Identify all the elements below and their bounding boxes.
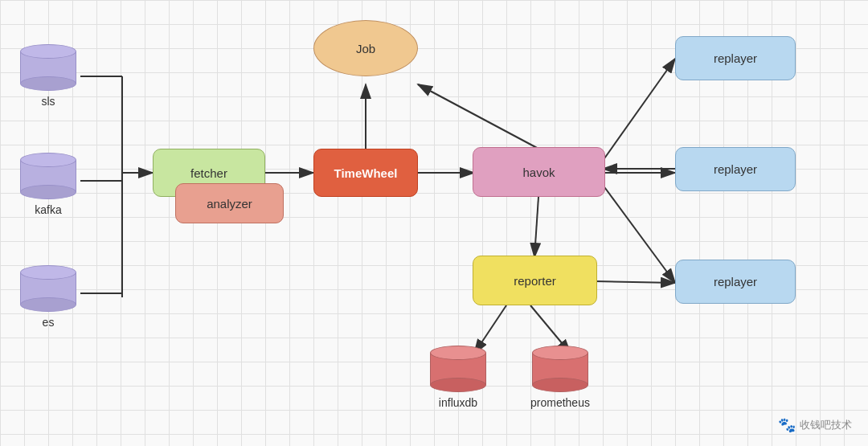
job-node: Job bbox=[313, 20, 418, 76]
analyzer-node: analyzer bbox=[175, 183, 284, 223]
havok-node: havok bbox=[473, 147, 605, 197]
prometheus-node: prometheus bbox=[530, 346, 590, 409]
kafka-node: kafka bbox=[20, 153, 76, 216]
watermark: 🐾 收钱吧技术 bbox=[778, 416, 852, 434]
sls-node: sls bbox=[20, 44, 76, 108]
reporter-node: reporter bbox=[473, 256, 597, 305]
timewheel-node: TimeWheel bbox=[313, 149, 418, 197]
replayer1-node: replayer bbox=[675, 36, 796, 80]
es-node: es bbox=[20, 265, 76, 329]
replayer3-node: replayer bbox=[675, 260, 796, 304]
influxdb-node: influxdb bbox=[430, 346, 486, 409]
replayer2-node: replayer bbox=[675, 147, 796, 191]
